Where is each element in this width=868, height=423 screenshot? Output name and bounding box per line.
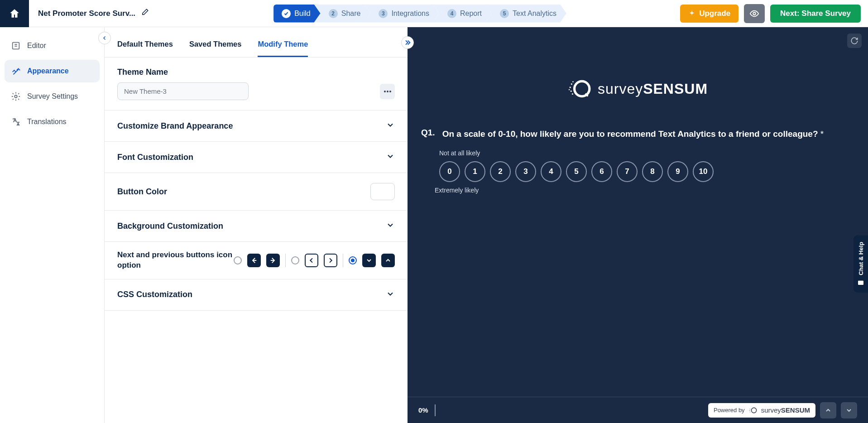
- svg-point-3: [384, 91, 386, 92]
- scale-low-label: Not at all likely: [439, 149, 854, 157]
- nps-option-4[interactable]: 4: [541, 161, 561, 182]
- next-share-button[interactable]: Next: Share Survey: [770, 5, 861, 23]
- nav-icon-radio-2[interactable]: [291, 256, 299, 264]
- gear-icon: [11, 91, 21, 101]
- svg-point-12: [569, 89, 570, 90]
- survey-next-button[interactable]: [841, 402, 857, 418]
- translate-icon: [11, 117, 21, 127]
- nps-option-10[interactable]: 10: [693, 161, 714, 182]
- sidebar-item-settings[interactable]: Survey Settings: [5, 85, 100, 108]
- nps-option-5[interactable]: 5: [566, 161, 587, 182]
- chevron-down-icon: [386, 289, 395, 300]
- step-share[interactable]: 2 Share: [314, 5, 371, 23]
- sidebar-item-label: Survey Settings: [27, 92, 78, 101]
- eye-icon: [749, 9, 759, 19]
- svg-point-5: [389, 91, 391, 92]
- svg-point-13: [572, 93, 573, 95]
- svg-point-6: [574, 81, 589, 96]
- sparkle-icon: [688, 10, 695, 17]
- section-font-customization[interactable]: Font Customization: [117, 152, 395, 163]
- section-title: CSS Customization: [117, 290, 192, 299]
- chevron-up-icon: [825, 407, 832, 414]
- tab-label: Modify Theme: [258, 40, 308, 48]
- svg-rect-18: [858, 281, 863, 285]
- survey-title: Net Promoter Score Surv...: [38, 9, 135, 18]
- section-title: Customize Brand Appearance: [117, 121, 233, 131]
- svg-point-0: [753, 12, 756, 15]
- nav-icon-label: Next and previous buttons icon option: [117, 250, 234, 271]
- collapse-preview-button[interactable]: [401, 36, 414, 49]
- powered-by-badge[interactable]: Powered by surveySENSUM: [708, 403, 815, 418]
- section-nav-icons: Next and previous buttons icon option: [105, 242, 408, 279]
- logo-text-bold: SENSUM: [643, 81, 708, 97]
- more-actions-button[interactable]: [380, 84, 395, 99]
- chevron-left-boxed-icon: [305, 254, 318, 267]
- section-button-color[interactable]: Button Color: [117, 183, 395, 200]
- home-icon: [9, 8, 20, 19]
- refresh-preview-button[interactable]: [847, 34, 862, 48]
- nav-icon-radio-3[interactable]: [349, 256, 357, 264]
- step-label: Share: [341, 10, 361, 18]
- divider: [343, 254, 343, 267]
- chevron-double-right-icon: [404, 39, 411, 46]
- edit-title-icon[interactable]: [141, 8, 149, 19]
- chat-help-tab[interactable]: Chat & Help: [854, 236, 868, 293]
- nps-option-3[interactable]: 3: [515, 161, 536, 182]
- nav-icon-radio-1[interactable]: [234, 256, 242, 264]
- nps-option-1[interactable]: 1: [465, 161, 485, 182]
- chat-label: Chat & Help: [858, 242, 864, 275]
- theme-name-input[interactable]: [117, 82, 249, 100]
- chevron-up-boxed-icon: [381, 254, 395, 267]
- nps-option-2[interactable]: 2: [490, 161, 511, 182]
- survey-logo: surveySENSUM: [421, 77, 854, 101]
- sidebar-item-appearance[interactable]: Appearance: [5, 60, 100, 82]
- upgrade-button[interactable]: Upgrade: [680, 5, 739, 23]
- next-label: Next: Share Survey: [780, 9, 851, 18]
- home-button[interactable]: [0, 0, 29, 27]
- theme-name-label: Theme Name: [117, 67, 395, 77]
- step-build[interactable]: Build: [273, 5, 321, 23]
- nps-option-6[interactable]: 6: [591, 161, 612, 182]
- section-css-customization[interactable]: CSS Customization: [117, 289, 395, 300]
- nps-option-9[interactable]: 9: [667, 161, 688, 182]
- chevron-down-icon: [386, 120, 395, 131]
- button-color-swatch[interactable]: [370, 183, 395, 200]
- step-num: 5: [500, 9, 509, 18]
- svg-point-9: [570, 87, 571, 88]
- step-label: Text Analytics: [513, 10, 556, 18]
- survey-prev-button[interactable]: [820, 402, 836, 418]
- sidebar-item-label: Editor: [27, 42, 46, 50]
- required-mark: *: [818, 129, 824, 139]
- section-background-customization[interactable]: Background Customization: [117, 221, 395, 231]
- progress-percent: 0%: [418, 406, 428, 414]
- nps-option-0[interactable]: 0: [439, 161, 460, 182]
- chat-icon: [857, 279, 864, 286]
- section-customize-brand[interactable]: Customize Brand Appearance: [117, 120, 395, 131]
- tab-saved-themes[interactable]: Saved Themes: [189, 35, 242, 57]
- arrow-left-icon: [247, 254, 261, 267]
- sidebar-item-editor[interactable]: Editor: [5, 34, 100, 57]
- svg-point-16: [749, 410, 749, 410]
- upgrade-label: Upgrade: [699, 9, 730, 18]
- preview-button[interactable]: [744, 4, 765, 23]
- nps-option-7[interactable]: 7: [617, 161, 638, 182]
- logo-icon: [568, 77, 591, 101]
- step-report[interactable]: 4 Report: [433, 5, 492, 23]
- nps-option-8[interactable]: 8: [642, 161, 663, 182]
- chevron-down-icon: [386, 221, 395, 231]
- tab-modify-theme[interactable]: Modify Theme: [258, 35, 308, 57]
- tab-default-themes[interactable]: Default Themes: [117, 35, 173, 57]
- chevron-down-boxed-icon: [362, 254, 376, 267]
- step-text-analytics[interactable]: 5 Text Analytics: [485, 5, 566, 23]
- svg-point-11: [572, 81, 573, 82]
- powered-by-label: Powered by: [714, 407, 745, 413]
- powered-thin: survey: [761, 406, 781, 414]
- chevron-left-icon: [102, 35, 107, 41]
- sidebar-item-translations[interactable]: Translations: [5, 111, 100, 133]
- step-integrations[interactable]: 3 Integrations: [364, 5, 439, 23]
- divider: [285, 254, 286, 267]
- tab-label: Default Themes: [117, 40, 173, 48]
- collapse-sidebar-button[interactable]: [98, 32, 111, 44]
- refresh-icon: [850, 37, 858, 45]
- section-title: Font Customization: [117, 153, 193, 162]
